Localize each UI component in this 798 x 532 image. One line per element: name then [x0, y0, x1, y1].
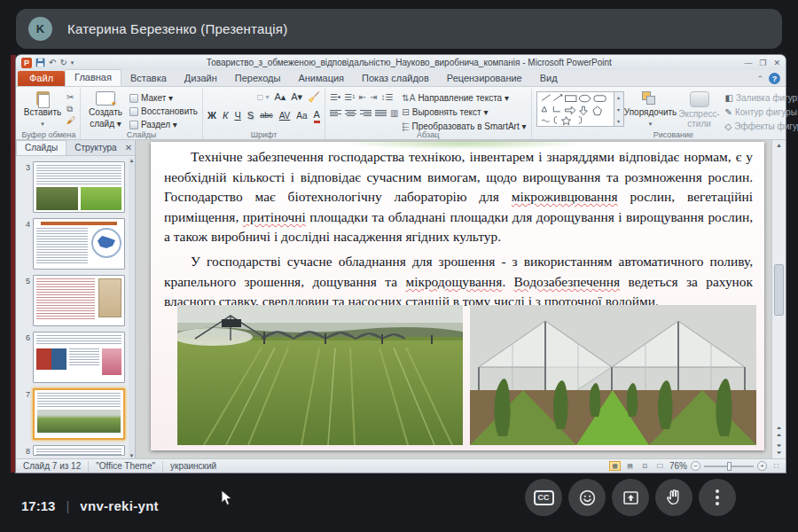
- shapes-gallery[interactable]: [536, 91, 614, 127]
- tab-design[interactable]: Дизайн: [176, 71, 226, 86]
- layout-button[interactable]: Макет ▾: [129, 92, 198, 104]
- shape-fill-icon: ◧: [725, 93, 733, 103]
- slide-thumbnail[interactable]: 3: [20, 161, 127, 213]
- shapes-scroll[interactable]: ▴▾▾: [614, 91, 624, 127]
- save-icon[interactable]: [35, 58, 45, 67]
- columns-icon[interactable]: ▥: [390, 108, 398, 118]
- reading-view-button[interactable]: ⊡: [639, 461, 651, 471]
- underline-button[interactable]: Ч: [234, 110, 240, 121]
- panel-close-icon[interactable]: ✕: [125, 143, 132, 153]
- justify-icon[interactable]: [375, 108, 387, 118]
- raise-hand-button[interactable]: [655, 479, 692, 516]
- shape-fill-button[interactable]: ◧Заливка фигуры ▾: [725, 92, 798, 104]
- group-font: ▢ ▾ A▴ A▾ 🧹 Ж К Ч S abc AV Aa A Шрифт: [203, 89, 325, 139]
- tab-transitions[interactable]: Переходы: [226, 71, 290, 86]
- text-shadow-button[interactable]: S: [247, 110, 254, 121]
- slide-thumbnail[interactable]: 8: [20, 445, 127, 456]
- indent-increase-icon[interactable]: ⇥: [370, 92, 377, 102]
- close-button[interactable]: ✕: [773, 59, 780, 67]
- character-spacing-button[interactable]: AV: [279, 110, 291, 121]
- indent-decrease-icon[interactable]: ⇤: [359, 92, 366, 102]
- tab-view[interactable]: Вид: [531, 71, 567, 86]
- undo-icon[interactable]: ↶: [49, 59, 56, 67]
- restore-button[interactable]: ❐: [759, 59, 766, 67]
- align-center-icon[interactable]: [345, 108, 356, 118]
- captions-button[interactable]: CC: [525, 479, 562, 516]
- scrollbar-thumb[interactable]: [774, 264, 784, 316]
- theme-indicator[interactable]: "Office Theme": [89, 461, 163, 472]
- minimize-button[interactable]: —: [744, 59, 752, 67]
- group-clipboard: Вставить ▾ ✂ ⧉ 🖌 Буфер обмена: [18, 89, 81, 139]
- reset-button[interactable]: Восстановить: [129, 106, 198, 117]
- slide-thumbnail[interactable]: 5: [20, 275, 127, 326]
- reactions-button[interactable]: [568, 479, 606, 516]
- normal-view-button[interactable]: ▦: [609, 461, 621, 471]
- clear-formatting-icon[interactable]: 🧹: [308, 91, 320, 103]
- new-slide-button[interactable]: Создать слайд ▾: [85, 90, 126, 129]
- slide-panel: Слайды Структура ✕ 3 4: [16, 140, 136, 458]
- font-color-button[interactable]: A: [314, 109, 320, 123]
- slideshow-view-button[interactable]: 🖵: [654, 461, 666, 471]
- panel-tab-slides[interactable]: Слайды: [16, 140, 66, 155]
- arrange-button[interactable]: Упорядочить ▾: [628, 90, 674, 129]
- slide-thumbnail[interactable]: 6: [20, 332, 127, 383]
- vertical-scrollbar[interactable]: ▲ ⏶⏶ ⏷⏷: [771, 140, 786, 458]
- text-direction-button[interactable]: ⇅AНаправление текста ▾: [402, 92, 526, 104]
- group-paragraph: ☰• ☰¹ ⇤ ⇥ ↕☰ ▥ ⇅AНаправлени: [325, 89, 532, 139]
- fit-to-window-button[interactable]: ⛶: [771, 461, 782, 471]
- zoom-slider-handle[interactable]: [727, 462, 732, 471]
- tab-file[interactable]: Файл: [18, 71, 65, 86]
- minimize-ribbon-icon[interactable]: ⌃: [756, 74, 763, 83]
- help-icon[interactable]: ?: [769, 73, 780, 84]
- zoom-in-button[interactable]: +: [757, 461, 767, 471]
- next-slide-button[interactable]: ⏷⏷: [777, 442, 782, 457]
- slide-thumbnail-selected[interactable]: 7: [20, 388, 127, 440]
- panel-tab-outline[interactable]: Структура: [66, 141, 124, 155]
- previous-slide-button[interactable]: ⏶⏶: [777, 425, 782, 439]
- align-left-icon[interactable]: [330, 108, 341, 118]
- line-spacing-icon[interactable]: ↕☰: [380, 92, 393, 102]
- quick-access-toolbar[interactable]: P ↶ ↻ ▾: [21, 58, 74, 68]
- align-right-icon[interactable]: [360, 108, 372, 118]
- slide-sorter-view-button[interactable]: ▤: [624, 461, 636, 471]
- slide-body-text[interactable]: Технічне забезпечення господарства техні…: [164, 147, 753, 312]
- present-screen-button[interactable]: [612, 479, 649, 516]
- paste-button[interactable]: Вставить ▾: [22, 90, 63, 129]
- strikethrough-button[interactable]: abc: [260, 110, 273, 121]
- tab-home[interactable]: Главная: [65, 69, 121, 86]
- grow-font-button[interactable]: A▴: [274, 91, 286, 103]
- section-button[interactable]: Раздел ▾: [129, 119, 198, 130]
- presenter-tile-bar: K Катерина Березенко (Презентація): [16, 9, 782, 49]
- zoom-slider[interactable]: [704, 466, 754, 467]
- shape-outline-button[interactable]: ✎Контур фигуры ▾: [725, 106, 798, 118]
- powerpoint-logo-icon[interactable]: P: [21, 58, 32, 68]
- bullets-icon[interactable]: ☰•: [330, 92, 340, 102]
- tab-review[interactable]: Рецензирование: [438, 71, 531, 86]
- italic-button[interactable]: К: [223, 110, 228, 121]
- quick-styles-button[interactable]: Экспресс-стили: [677, 90, 722, 129]
- tab-animations[interactable]: Анимация: [289, 71, 353, 86]
- scroll-up-icon[interactable]: ▲: [776, 142, 782, 148]
- zoom-out-button[interactable]: −: [691, 461, 700, 471]
- align-text-button[interactable]: ⊟Выровнять текст ▾: [402, 106, 526, 118]
- bold-button[interactable]: Ж: [207, 110, 216, 121]
- slide-canvas[interactable]: Технічне забезпечення господарства техні…: [151, 142, 764, 450]
- cut-icon[interactable]: ✂: [66, 92, 75, 102]
- tab-insert[interactable]: Вставка: [121, 71, 176, 86]
- numbering-icon[interactable]: ☰¹: [344, 92, 355, 102]
- arrange-icon: [642, 91, 660, 106]
- more-options-button[interactable]: [699, 479, 736, 516]
- align-text-icon: ⊟: [402, 107, 409, 117]
- copy-icon[interactable]: ⧉: [66, 104, 75, 113]
- window-title: Товариство_з_обмеженою_відповідальністю_…: [74, 58, 744, 67]
- tab-slideshow[interactable]: Показ слайдов: [353, 71, 438, 86]
- change-case-button[interactable]: Aa: [296, 110, 307, 121]
- panel-scrollbar[interactable]: ▲▼: [129, 158, 135, 458]
- slide-thumbnail[interactable]: 4: [20, 218, 127, 270]
- format-painter-icon[interactable]: 🖌: [66, 115, 75, 125]
- paste-dropdown-icon[interactable]: ▾: [41, 119, 44, 129]
- shrink-font-button[interactable]: A▾: [291, 91, 302, 103]
- scroll-up-icon[interactable]: ▲: [129, 158, 135, 163]
- language-indicator[interactable]: украинский: [163, 461, 223, 472]
- redo-icon[interactable]: ↻: [59, 59, 66, 67]
